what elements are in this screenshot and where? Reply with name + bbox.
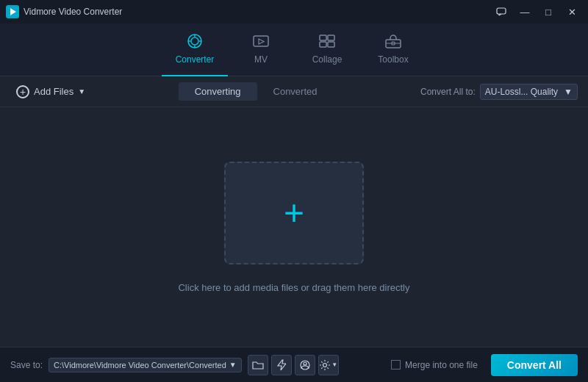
tab-toolbox-label: Toolbox	[378, 54, 408, 65]
converted-tab[interactable]: Converted	[257, 82, 334, 101]
add-files-plus-icon: +	[16, 85, 29, 98]
merge-label: Merge into one file	[405, 360, 478, 370]
svg-rect-14	[320, 42, 326, 47]
maximize-button[interactable]: □	[538, 4, 559, 19]
tab-mv[interactable]: MV	[228, 24, 294, 76]
chat-button[interactable]	[491, 4, 512, 19]
svg-point-20	[304, 362, 306, 365]
save-path-container[interactable]: C:\Vidmore\Vidmore Video Converter\Conve…	[49, 358, 242, 372]
svg-rect-11	[254, 36, 268, 46]
tab-mv-label: MV	[254, 54, 268, 65]
status-tabs: Converting Converted	[91, 82, 420, 101]
converter-icon	[186, 33, 204, 51]
format-select-dropdown[interactable]: AU-Lossl... Quality ▼	[480, 84, 578, 100]
bottom-bar: Save to: C:\Vidmore\Vidmore Video Conver…	[0, 347, 588, 382]
tab-toolbox[interactable]: Toolbox	[360, 24, 426, 76]
converting-tab[interactable]: Converting	[179, 82, 257, 101]
main-content: + Click here to add media files or drag …	[0, 107, 588, 347]
format-dropdown-arrow: ▼	[564, 87, 573, 97]
nav-bar: Converter MV Collage	[0, 24, 588, 76]
add-files-dropdown-arrow[interactable]: ▼	[78, 87, 85, 96]
svg-rect-12	[320, 35, 326, 40]
save-to-label: Save to:	[10, 360, 43, 370]
app-title: Vidmore Video Converter	[24, 7, 122, 17]
svg-point-21	[323, 363, 327, 367]
collage-icon	[318, 33, 336, 51]
drop-hint-text: Click here to add media files or drag th…	[178, 282, 409, 293]
convert-all-to-label: Convert All to:	[420, 87, 476, 97]
mv-icon	[252, 33, 270, 51]
tab-collage-label: Collage	[312, 54, 343, 65]
add-files-button[interactable]: + Add Files ▼	[10, 82, 91, 101]
tab-converter-label: Converter	[176, 54, 215, 65]
toolbar: + Add Files ▼ Converting Converted Conve…	[0, 76, 588, 107]
drop-zone-plus-icon: +	[284, 195, 304, 231]
save-path-text: C:\Vidmore\Vidmore Video Converter\Conve…	[54, 361, 226, 370]
app-logo-icon	[6, 5, 19, 18]
merge-checkbox-area: Merge into one file	[345, 360, 478, 370]
title-bar: Vidmore Video Converter — □ ✕	[0, 0, 588, 24]
add-files-label: Add Files	[34, 86, 74, 97]
title-bar-left: Vidmore Video Converter	[6, 5, 122, 18]
save-path-dropdown-arrow[interactable]: ▼	[229, 361, 237, 369]
svg-point-6	[191, 37, 198, 45]
close-button[interactable]: ✕	[562, 4, 582, 19]
format-value: AU-Lossl... Quality	[485, 87, 558, 97]
svg-rect-2	[497, 8, 506, 14]
tab-collage[interactable]: Collage	[294, 24, 360, 76]
convert-all-button[interactable]: Convert All	[491, 354, 578, 376]
toolbox-icon	[384, 33, 402, 51]
svg-rect-15	[328, 42, 334, 47]
lightning-button[interactable]	[271, 355, 292, 375]
svg-rect-13	[328, 35, 334, 40]
folder-open-button[interactable]	[248, 355, 268, 375]
convert-all-to-container: Convert All to: AU-Lossl... Quality ▼	[420, 84, 578, 100]
drop-zone[interactable]: +	[224, 162, 364, 264]
profile-button[interactable]	[295, 355, 315, 375]
bottom-icons: ▼	[248, 355, 339, 375]
title-bar-controls: — □ ✕	[491, 4, 582, 19]
tab-converter[interactable]: Converter	[162, 24, 228, 76]
minimize-button[interactable]: —	[514, 4, 535, 19]
settings-button[interactable]: ▼	[318, 355, 339, 375]
merge-checkbox[interactable]	[391, 360, 401, 370]
